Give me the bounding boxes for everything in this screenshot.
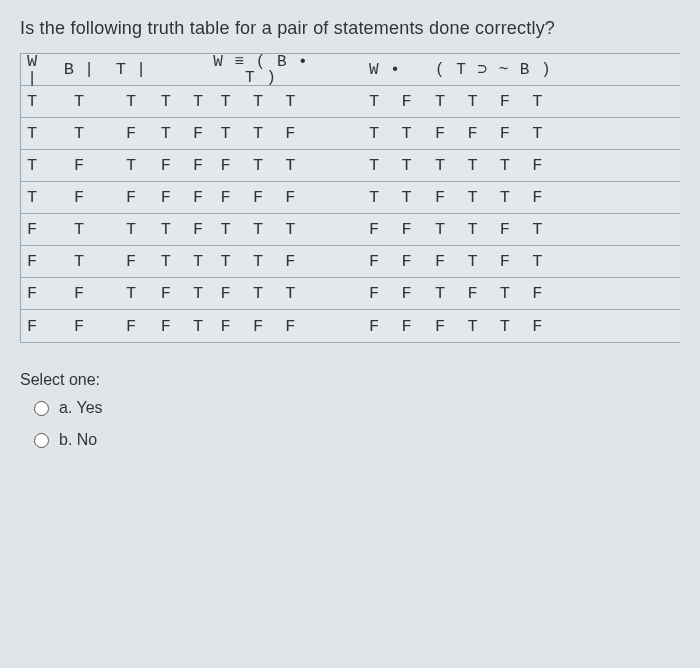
cell: T T T — [213, 221, 309, 238]
cell: F T T — [213, 157, 309, 174]
cell: F F — [363, 285, 425, 302]
cell: T — [105, 93, 157, 110]
cell: T T — [363, 125, 425, 142]
cell: T — [53, 125, 105, 142]
radio-icon[interactable] — [34, 401, 49, 416]
cell: F — [105, 125, 157, 142]
header-expr2a: W • — [363, 62, 425, 78]
cell: F T F T — [425, 253, 680, 270]
cell: T — [105, 157, 157, 174]
table-row: F T F T T T T F F F F T F T — [21, 246, 680, 278]
cell: F F — [157, 189, 213, 206]
cell: F — [53, 189, 105, 206]
cell: F F — [157, 157, 213, 174]
cell: T F T F — [425, 285, 680, 302]
cell: T T F T — [425, 221, 680, 238]
cell: T — [21, 125, 53, 142]
cell: T T T F — [425, 157, 680, 174]
cell: F F F — [213, 189, 309, 206]
cell: F — [21, 253, 53, 270]
table-row: T F T F F F T T T T T T T F — [21, 150, 680, 182]
cell: T T — [157, 253, 213, 270]
header-expr1: W ≡ ( B • T ) — [213, 54, 309, 86]
cell: T T T — [213, 93, 309, 110]
cell: F T T F — [425, 189, 680, 206]
cell: T T — [363, 157, 425, 174]
table-row: F F F F T F F F F F F T T F — [21, 310, 680, 342]
cell: F T — [157, 318, 213, 335]
header-t: T | — [105, 61, 157, 78]
cell: F F — [363, 253, 425, 270]
question-text: Is the following truth table for a pair … — [20, 18, 680, 39]
cell: T T F — [213, 125, 309, 142]
cell: F F — [363, 221, 425, 238]
radio-icon[interactable] — [34, 433, 49, 448]
select-one-label: Select one: — [20, 371, 680, 389]
truth-table: W | B | T | W ≡ ( B • T ) W • ( T ⊃ ~ B … — [20, 53, 680, 343]
cell: T F — [363, 93, 425, 110]
cell: F — [53, 285, 105, 302]
cell: F — [105, 189, 157, 206]
cell: F — [21, 285, 53, 302]
cell: F F F T — [425, 125, 680, 142]
cell: T — [53, 93, 105, 110]
cell: T F — [157, 221, 213, 238]
cell: T T F T — [425, 93, 680, 110]
cell: T T — [157, 93, 213, 110]
option-b[interactable]: b. No — [34, 431, 680, 449]
cell: T — [21, 189, 53, 206]
cell: T T F — [213, 253, 309, 270]
cell: T F — [157, 125, 213, 142]
cell: T — [21, 93, 53, 110]
cell: F F — [363, 318, 425, 335]
cell: F T T — [213, 285, 309, 302]
cell: T — [53, 253, 105, 270]
cell: F — [53, 318, 105, 335]
cell: F T — [157, 285, 213, 302]
cell: T — [105, 221, 157, 238]
table-row: F F T F T F T T F F T F T F — [21, 278, 680, 310]
cell: F — [53, 157, 105, 174]
header-w: W | — [21, 53, 53, 87]
option-b-label: b. No — [59, 431, 97, 449]
cell: T — [53, 221, 105, 238]
table-row: T T T T T T T T T F T T F T — [21, 86, 680, 118]
table-row: F T T T F T T T F F T T F T — [21, 214, 680, 246]
cell: F T T F — [425, 318, 680, 335]
cell: T T — [363, 189, 425, 206]
option-a-label: a. Yes — [59, 399, 103, 417]
table-header-row: W | B | T | W ≡ ( B • T ) W • ( T ⊃ ~ B … — [21, 54, 680, 86]
table-row: T F F F F F F F T T F T T F — [21, 182, 680, 214]
cell: T — [105, 285, 157, 302]
cell: F — [21, 318, 53, 335]
cell: T — [21, 157, 53, 174]
header-b: B | — [53, 61, 105, 78]
header-expr2b: ( T ⊃ ~ B ) — [425, 62, 680, 78]
option-a[interactable]: a. Yes — [34, 399, 680, 417]
cell: F — [105, 318, 157, 335]
table-row: T T F T F T T F T T F F F T — [21, 118, 680, 150]
cell: F — [105, 253, 157, 270]
cell: F — [21, 221, 53, 238]
cell: F F F — [213, 318, 309, 335]
